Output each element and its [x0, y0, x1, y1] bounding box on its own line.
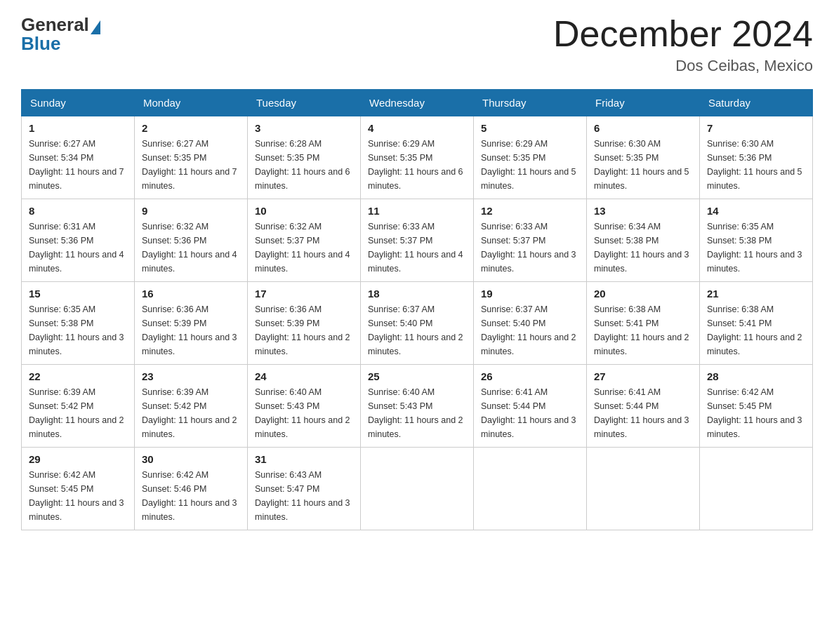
day-number: 9 [142, 205, 240, 217]
day-info: Sunrise: 6:36 AMSunset: 5:39 PMDaylight:… [142, 302, 240, 358]
day-number: 6 [594, 122, 692, 134]
day-info: Sunrise: 6:41 AMSunset: 5:44 PMDaylight:… [594, 385, 692, 441]
day-info: Sunrise: 6:37 AMSunset: 5:40 PMDaylight:… [368, 302, 466, 358]
calendar-cell: 22 Sunrise: 6:39 AMSunset: 5:42 PMDaylig… [22, 365, 135, 448]
calendar-table: SundayMondayTuesdayWednesdayThursdayFrid… [21, 89, 813, 530]
day-info: Sunrise: 6:40 AMSunset: 5:43 PMDaylight:… [255, 385, 353, 441]
logo-blue-text: Blue [21, 33, 60, 55]
calendar-cell [587, 448, 700, 530]
calendar-cell: 30 Sunrise: 6:42 AMSunset: 5:46 PMDaylig… [135, 448, 248, 530]
day-info: Sunrise: 6:28 AMSunset: 5:35 PMDaylight:… [255, 137, 353, 193]
day-number: 25 [368, 370, 466, 382]
day-number: 14 [707, 205, 805, 217]
calendar-cell: 14 Sunrise: 6:35 AMSunset: 5:38 PMDaylig… [700, 199, 813, 282]
calendar-header-friday: Friday [587, 90, 700, 116]
calendar-cell: 28 Sunrise: 6:42 AMSunset: 5:45 PMDaylig… [700, 365, 813, 448]
day-info: Sunrise: 6:43 AMSunset: 5:47 PMDaylight:… [255, 468, 353, 524]
day-number: 12 [481, 205, 579, 217]
calendar-cell: 25 Sunrise: 6:40 AMSunset: 5:43 PMDaylig… [361, 365, 474, 448]
calendar-cell: 3 Sunrise: 6:28 AMSunset: 5:35 PMDayligh… [248, 116, 361, 199]
day-info: Sunrise: 6:32 AMSunset: 5:36 PMDaylight:… [142, 220, 240, 276]
calendar-cell: 20 Sunrise: 6:38 AMSunset: 5:41 PMDaylig… [587, 282, 700, 365]
calendar-cell [474, 448, 587, 530]
calendar-header-tuesday: Tuesday [248, 90, 361, 116]
calendar-cell: 27 Sunrise: 6:41 AMSunset: 5:44 PMDaylig… [587, 365, 700, 448]
day-info: Sunrise: 6:42 AMSunset: 5:45 PMDaylight:… [707, 385, 805, 441]
day-info: Sunrise: 6:33 AMSunset: 5:37 PMDaylight:… [481, 220, 579, 276]
day-info: Sunrise: 6:31 AMSunset: 5:36 PMDaylight:… [29, 220, 127, 276]
day-info: Sunrise: 6:32 AMSunset: 5:37 PMDaylight:… [255, 220, 353, 276]
day-info: Sunrise: 6:30 AMSunset: 5:36 PMDaylight:… [707, 137, 805, 193]
calendar-week-row-3: 15 Sunrise: 6:35 AMSunset: 5:38 PMDaylig… [22, 282, 813, 365]
day-number: 8 [29, 205, 127, 217]
day-info: Sunrise: 6:36 AMSunset: 5:39 PMDaylight:… [255, 302, 353, 358]
day-info: Sunrise: 6:38 AMSunset: 5:41 PMDaylight:… [707, 302, 805, 358]
calendar-cell: 21 Sunrise: 6:38 AMSunset: 5:41 PMDaylig… [700, 282, 813, 365]
calendar-cell: 11 Sunrise: 6:33 AMSunset: 5:37 PMDaylig… [361, 199, 474, 282]
day-info: Sunrise: 6:41 AMSunset: 5:44 PMDaylight:… [481, 385, 579, 441]
calendar-cell: 26 Sunrise: 6:41 AMSunset: 5:44 PMDaylig… [474, 365, 587, 448]
calendar-cell: 4 Sunrise: 6:29 AMSunset: 5:35 PMDayligh… [361, 116, 474, 199]
logo: General Blue [21, 14, 100, 55]
day-info: Sunrise: 6:27 AMSunset: 5:35 PMDaylight:… [142, 137, 240, 193]
day-info: Sunrise: 6:27 AMSunset: 5:34 PMDaylight:… [29, 137, 127, 193]
day-info: Sunrise: 6:34 AMSunset: 5:38 PMDaylight:… [594, 220, 692, 276]
calendar-cell: 10 Sunrise: 6:32 AMSunset: 5:37 PMDaylig… [248, 199, 361, 282]
calendar-cell: 2 Sunrise: 6:27 AMSunset: 5:35 PMDayligh… [135, 116, 248, 199]
calendar-cell: 31 Sunrise: 6:43 AMSunset: 5:47 PMDaylig… [248, 448, 361, 530]
day-number: 26 [481, 370, 579, 382]
day-number: 3 [255, 122, 353, 134]
day-info: Sunrise: 6:35 AMSunset: 5:38 PMDaylight:… [29, 302, 127, 358]
calendar-cell [361, 448, 474, 530]
calendar-cell: 15 Sunrise: 6:35 AMSunset: 5:38 PMDaylig… [22, 282, 135, 365]
day-number: 18 [368, 288, 466, 300]
day-number: 13 [594, 205, 692, 217]
calendar-cell: 16 Sunrise: 6:36 AMSunset: 5:39 PMDaylig… [135, 282, 248, 365]
calendar-cell: 12 Sunrise: 6:33 AMSunset: 5:37 PMDaylig… [474, 199, 587, 282]
day-info: Sunrise: 6:29 AMSunset: 5:35 PMDaylight:… [368, 137, 466, 193]
day-number: 15 [29, 288, 127, 300]
calendar-header-monday: Monday [135, 90, 248, 116]
page-header: General Blue December 2024 Dos Ceibas, M… [21, 14, 813, 75]
day-info: Sunrise: 6:37 AMSunset: 5:40 PMDaylight:… [481, 302, 579, 358]
calendar-header-thursday: Thursday [474, 90, 587, 116]
calendar-week-row-5: 29 Sunrise: 6:42 AMSunset: 5:45 PMDaylig… [22, 448, 813, 530]
day-number: 7 [707, 122, 805, 134]
day-number: 23 [142, 370, 240, 382]
day-info: Sunrise: 6:29 AMSunset: 5:35 PMDaylight:… [481, 137, 579, 193]
day-number: 24 [255, 370, 353, 382]
calendar-cell: 8 Sunrise: 6:31 AMSunset: 5:36 PMDayligh… [22, 199, 135, 282]
calendar-cell: 23 Sunrise: 6:39 AMSunset: 5:42 PMDaylig… [135, 365, 248, 448]
calendar-cell: 9 Sunrise: 6:32 AMSunset: 5:36 PMDayligh… [135, 199, 248, 282]
day-info: Sunrise: 6:42 AMSunset: 5:45 PMDaylight:… [29, 468, 127, 524]
calendar-week-row-4: 22 Sunrise: 6:39 AMSunset: 5:42 PMDaylig… [22, 365, 813, 448]
calendar-cell [700, 448, 813, 530]
day-number: 22 [29, 370, 127, 382]
day-number: 5 [481, 122, 579, 134]
day-number: 31 [255, 453, 353, 465]
day-number: 28 [707, 370, 805, 382]
logo-triangle-icon [91, 20, 100, 34]
day-number: 27 [594, 370, 692, 382]
day-number: 19 [481, 288, 579, 300]
day-number: 2 [142, 122, 240, 134]
calendar-cell: 24 Sunrise: 6:40 AMSunset: 5:43 PMDaylig… [248, 365, 361, 448]
day-number: 10 [255, 205, 353, 217]
calendar-header-row: SundayMondayTuesdayWednesdayThursdayFrid… [22, 90, 813, 116]
day-info: Sunrise: 6:42 AMSunset: 5:46 PMDaylight:… [142, 468, 240, 524]
day-number: 1 [29, 122, 127, 134]
day-number: 17 [255, 288, 353, 300]
calendar-cell: 17 Sunrise: 6:36 AMSunset: 5:39 PMDaylig… [248, 282, 361, 365]
day-number: 20 [594, 288, 692, 300]
calendar-cell: 18 Sunrise: 6:37 AMSunset: 5:40 PMDaylig… [361, 282, 474, 365]
calendar-header-saturday: Saturday [700, 90, 813, 116]
calendar-title: December 2024 [553, 14, 813, 54]
day-info: Sunrise: 6:40 AMSunset: 5:43 PMDaylight:… [368, 385, 466, 441]
calendar-cell: 6 Sunrise: 6:30 AMSunset: 5:35 PMDayligh… [587, 116, 700, 199]
calendar-week-row-2: 8 Sunrise: 6:31 AMSunset: 5:36 PMDayligh… [22, 199, 813, 282]
calendar-header-sunday: Sunday [22, 90, 135, 116]
day-number: 16 [142, 288, 240, 300]
day-number: 4 [368, 122, 466, 134]
day-number: 21 [707, 288, 805, 300]
day-info: Sunrise: 6:39 AMSunset: 5:42 PMDaylight:… [29, 385, 127, 441]
